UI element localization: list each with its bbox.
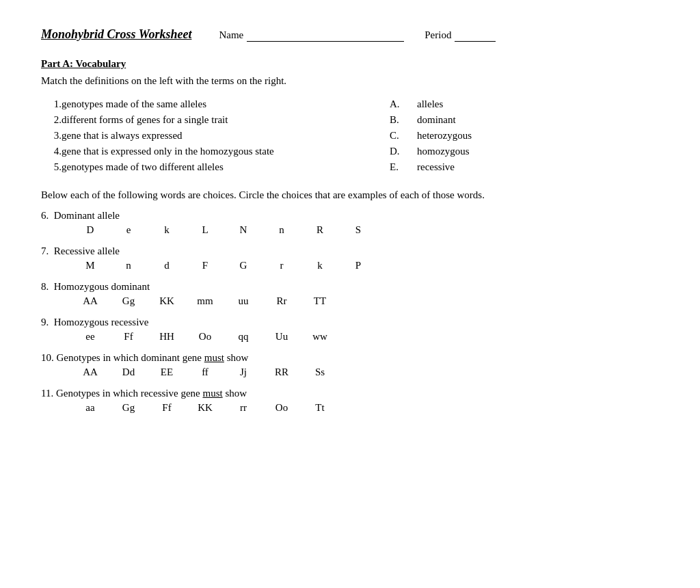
- vocab-term-a: alleles: [417, 96, 659, 112]
- choice-8-Gg: Gg: [120, 295, 137, 307]
- question-6-label: 6. Dominant allele: [41, 210, 659, 222]
- choice-6-D: D: [82, 224, 98, 236]
- question-11: 11. Genotypes in which recessive gene mu…: [41, 388, 659, 414]
- choice-10-Ss: Ss: [312, 366, 328, 378]
- choice-7-d: d: [159, 260, 175, 271]
- question-8-choices: AA Gg KK mm uu Rr TT: [41, 295, 659, 307]
- must-underline-11: must: [202, 388, 222, 399]
- vocab-num-5: 5.: [41, 159, 62, 175]
- choice-11-Ff: Ff: [159, 402, 175, 414]
- vocab-letter-d: D.: [390, 144, 417, 159]
- vocab-instructions: Match the definitions on the left with t…: [41, 75, 659, 87]
- choice-6-k: k: [159, 224, 175, 236]
- question-7-label: 7. Recessive allele: [41, 245, 659, 257]
- choice-9-Uu: Uu: [273, 331, 290, 343]
- choice-11-aa: aa: [82, 402, 98, 414]
- must-underline-10: must: [204, 352, 224, 363]
- vocab-row-4: 4. gene that is expressed only in the ho…: [41, 144, 659, 159]
- choice-9-Oo: Oo: [197, 331, 213, 343]
- question-7: 7. Recessive allele M n d F G r k P: [41, 245, 659, 271]
- worksheet-title: Monohybrid Cross Worksheet: [41, 27, 191, 42]
- part-a-section: Part A: Vocabulary Match the definitions…: [41, 58, 659, 175]
- choice-7-M: M: [82, 260, 98, 271]
- choice-7-r: r: [273, 260, 290, 271]
- questions-section: 6. Dominant allele D e k L N n R S 7. Re…: [41, 210, 659, 414]
- vocab-row-1: 1. genotypes made of the same alleles A.…: [41, 96, 659, 112]
- choice-11-Oo: Oo: [273, 402, 290, 414]
- vocab-term-c: heterozygous: [417, 128, 659, 144]
- choice-6-n: n: [273, 224, 290, 236]
- choice-7-n: n: [120, 260, 137, 271]
- vocab-def-1: genotypes made of the same alleles: [62, 96, 390, 112]
- vocab-row-2: 2. different forms of genes for a single…: [41, 112, 659, 128]
- choice-8-AA: AA: [82, 295, 98, 307]
- choice-6-e: e: [120, 224, 137, 236]
- question-11-label: 11. Genotypes in which recessive gene mu…: [41, 388, 659, 399]
- choice-7-G: G: [235, 260, 252, 271]
- choice-10-EE: EE: [159, 366, 175, 378]
- vocab-letter-b: B.: [390, 112, 417, 128]
- choice-6-R: R: [312, 224, 328, 236]
- vocab-row-5: 5. genotypes made of two different allel…: [41, 159, 659, 175]
- vocab-letter-e: E.: [390, 159, 417, 175]
- name-period-area: Name Period: [219, 29, 496, 42]
- vocab-num-3: 3.: [41, 128, 62, 144]
- choice-7-P: P: [350, 260, 366, 271]
- choice-10-AA: AA: [82, 366, 98, 378]
- question-10-label: 10. Genotypes in which dominant gene mus…: [41, 352, 659, 364]
- question-10-choices: AA Dd EE ff Jj RR Ss: [41, 366, 659, 378]
- question-6-choices: D e k L N n R S: [41, 224, 659, 236]
- choice-10-Dd: Dd: [120, 366, 137, 378]
- vocab-term-d: homozygous: [417, 144, 659, 159]
- choice-7-k: k: [312, 260, 328, 271]
- vocab-match-table: 1. genotypes made of the same alleles A.…: [41, 96, 659, 175]
- choice-8-TT: TT: [312, 295, 328, 307]
- vocab-num-2: 2.: [41, 112, 62, 128]
- choice-9-Ff: Ff: [120, 331, 137, 343]
- vocab-def-4: gene that is expressed only in the homoz…: [62, 144, 390, 159]
- choice-11-Gg: Gg: [120, 402, 137, 414]
- choice-10-RR: RR: [273, 366, 290, 378]
- question-9-choices: ee Ff HH Oo qq Uu ww: [41, 331, 659, 343]
- question-10: 10. Genotypes in which dominant gene mus…: [41, 352, 659, 378]
- choice-10-Jj: Jj: [235, 366, 252, 378]
- vocab-def-5: genotypes made of two different alleles: [62, 159, 390, 175]
- vocab-term-b: dominant: [417, 112, 659, 128]
- name-label: Name: [219, 29, 404, 42]
- choice-8-mm: mm: [197, 295, 213, 307]
- vocab-term-e: recessive: [417, 159, 659, 175]
- question-9: 9. Homozygous recessive ee Ff HH Oo qq U…: [41, 317, 659, 343]
- choice-9-ee: ee: [82, 331, 98, 343]
- question-6: 6. Dominant allele D e k L N n R S: [41, 210, 659, 236]
- page-header: Monohybrid Cross Worksheet Name Period: [41, 27, 659, 42]
- choice-8-KK: KK: [159, 295, 175, 307]
- choice-6-L: L: [197, 224, 213, 236]
- question-7-choices: M n d F G r k P: [41, 260, 659, 271]
- question-9-label: 9. Homozygous recessive: [41, 317, 659, 328]
- question-8: 8. Homozygous dominant AA Gg KK mm uu Rr…: [41, 281, 659, 307]
- period-label: Period: [425, 29, 496, 42]
- choice-6-S: S: [350, 224, 366, 236]
- choice-9-HH: HH: [159, 331, 175, 343]
- choice-11-Tt: Tt: [312, 402, 328, 414]
- choice-6-N: N: [235, 224, 252, 236]
- choice-11-rr: rr: [235, 402, 252, 414]
- choice-11-KK: KK: [197, 402, 213, 414]
- choice-8-uu: uu: [235, 295, 252, 307]
- vocab-def-2: different forms of genes for a single tr…: [62, 112, 390, 128]
- vocab-num-4: 4.: [41, 144, 62, 159]
- vocab-letter-a: A.: [390, 96, 417, 112]
- choice-9-ww: ww: [312, 331, 328, 343]
- question-11-choices: aa Gg Ff KK rr Oo Tt: [41, 402, 659, 414]
- question-8-label: 8. Homozygous dominant: [41, 281, 659, 293]
- choice-7-F: F: [197, 260, 213, 271]
- vocab-def-3: gene that is always expressed: [62, 128, 390, 144]
- choice-10-ff: ff: [197, 366, 213, 378]
- circle-instructions: Below each of the following words are ch…: [41, 187, 659, 203]
- vocab-num-1: 1.: [41, 96, 62, 112]
- vocab-letter-c: C.: [390, 128, 417, 144]
- vocab-row-3: 3. gene that is always expressed C. hete…: [41, 128, 659, 144]
- part-a-title: Part A: Vocabulary: [41, 58, 659, 70]
- choice-8-Rr: Rr: [273, 295, 290, 307]
- choice-9-qq: qq: [235, 331, 252, 343]
